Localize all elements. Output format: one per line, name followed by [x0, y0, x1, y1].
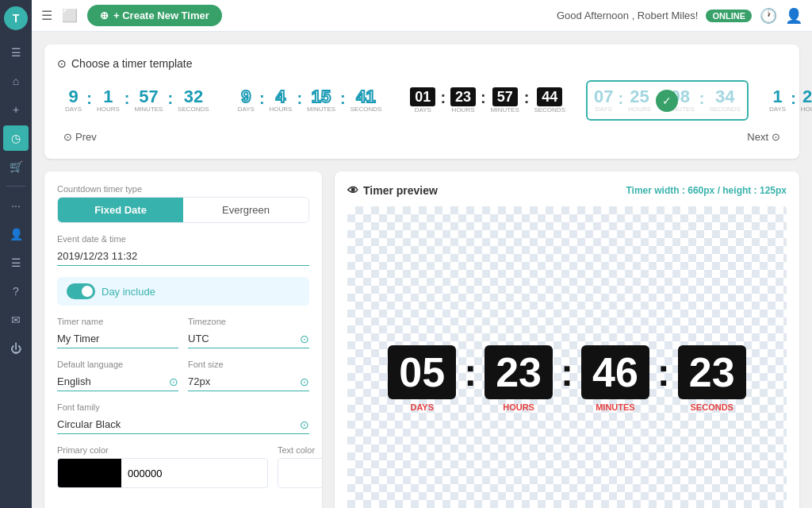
sidebar-item-more[interactable]: ··· [3, 193, 29, 218]
big-seconds: 23 [678, 345, 746, 399]
event-date-input[interactable] [57, 247, 309, 266]
user-icon[interactable]: 👤 [785, 7, 802, 25]
online-badge: ONLINE [706, 10, 752, 22]
big-colon-3: : [657, 351, 670, 407]
template-item-1[interactable]: 9DAYS : 1HOURS : 57MINUTES : 32SECONDS [57, 80, 217, 121]
timezone-label: Timezone [188, 317, 309, 326]
big-hours-label: HOURS [503, 402, 534, 412]
timer-name-input[interactable] [57, 329, 178, 348]
greeting-text: Good Afternoon , Robert Miles! [557, 10, 698, 21]
text-color-label: Text color [278, 445, 322, 455]
language-select[interactable]: English [57, 372, 178, 391]
name-timezone-row: Timer name Timezone UTC ⊙ [57, 317, 309, 360]
primary-color-label: Primary color [57, 445, 268, 455]
countdown-type-label: Countdown timer type [57, 184, 309, 194]
big-colon-1: : [464, 351, 477, 407]
settings-panel: Countdown timer type Fixed Date Evergree… [44, 171, 322, 508]
default-language-label: Default language [57, 360, 178, 369]
day-include-section: Day include [57, 277, 309, 306]
colors-row: Primary color Text color [57, 445, 309, 499]
timer-type-tabs: Fixed Date Evergreen [57, 197, 309, 223]
day-include-label: Day include [102, 286, 155, 298]
primary-color-input-row [57, 458, 268, 488]
sidebar-item-profile[interactable]: 👤 [3, 221, 29, 247]
font-family-label: Font family [57, 402, 309, 412]
timezone-select-wrapper: UTC ⊙ [188, 329, 309, 348]
font-family-section: Font family Circular Black ⊙ [57, 402, 309, 434]
big-days-label: DAYS [410, 402, 434, 412]
timer-display-2: 9DAYS : 4HOURS : 15MINUTES : 41SECONDS [238, 88, 382, 113]
prev-icon: ⊙ [63, 131, 72, 143]
big-colon-2: : [561, 351, 573, 407]
sidebar-item-power[interactable]: ⏻ [3, 336, 29, 361]
text-color-section: Text color [278, 445, 322, 488]
evergreen-tab[interactable]: Evergreen [183, 198, 308, 222]
sidebar-item-help[interactable]: ? [3, 279, 29, 304]
font-size-section: Font size 72px ⊙ [188, 360, 309, 391]
language-select-wrapper: English ⊙ [57, 372, 178, 391]
primary-color-section: Primary color [57, 445, 268, 488]
eye-icon: 👁 [347, 184, 358, 197]
fixed-date-tab[interactable]: Fixed Date [58, 198, 183, 222]
font-size-label: Font size [188, 360, 309, 369]
template-selector-card: ⊙ Choose a timer template 9DAYS : 1HOURS… [44, 44, 799, 159]
nav-area: ⊙ Prev Next ⊙ [57, 128, 787, 146]
top-header: ☰ ⬜ ⊕ + Create New Timer Good Afternoon … [32, 0, 812, 32]
primary-color-input[interactable] [121, 464, 267, 483]
big-seconds-label: SECONDS [691, 402, 733, 412]
sidebar: T ☰ ⌂ + ◷ 🛒 ··· 👤 ☰ ? ✉ ⏻ [0, 0, 32, 508]
timer-name-section: Timer name [57, 317, 178, 348]
header-menu-icon[interactable]: ☰ [41, 8, 52, 23]
primary-color-swatch[interactable] [58, 459, 121, 487]
big-minutes: 46 [581, 345, 649, 399]
prev-button[interactable]: ⊙ Prev [57, 128, 103, 146]
sidebar-item-cart[interactable]: 🛒 [3, 154, 29, 179]
content-area: ⊙ Choose a timer template 9DAYS : 1HOURS… [32, 32, 812, 508]
sidebar-item-email[interactable]: ✉ [3, 307, 29, 333]
next-icon: ⊙ [772, 131, 780, 143]
sidebar-item-list[interactable]: ☰ [3, 250, 29, 275]
template-item-2[interactable]: 9DAYS : 4HOURS : 15MINUTES : 41SECONDS [230, 80, 390, 121]
preview-size: Timer width : 660px / height : 125px [626, 185, 787, 196]
font-family-select-wrapper: Circular Black ⊙ [57, 415, 309, 434]
template-item-4[interactable]: 07DAYS : 25HOURS : 08MINUTES : 34SECONDS… [586, 80, 749, 121]
sidebar-item-add[interactable]: + [3, 97, 29, 122]
next-button[interactable]: Next ⊙ [741, 128, 787, 146]
big-minutes-label: MINUTES [596, 402, 635, 412]
day-include-toggle-row: Day include [57, 277, 309, 306]
preview-canvas: 05 DAYS : 23 HOURS : 46 MINUTES [347, 206, 787, 508]
sidebar-item-home[interactable]: ⌂ [3, 68, 29, 94]
timezone-section: Timezone UTC ⊙ [188, 317, 309, 348]
plus-icon: ⊕ [100, 10, 109, 21]
bottom-row: Countdown timer type Fixed Date Evergree… [44, 171, 799, 508]
templates-row: 9DAYS : 1HOURS : 57MINUTES : 32SECONDS 9… [57, 79, 787, 121]
preview-title-text: Timer preview [363, 184, 438, 197]
template-item-5[interactable]: 1DAYS : 23HOURS : 58MINUTES : 40SECONDS [761, 80, 812, 121]
header-box-icon[interactable]: ⬜ [62, 8, 78, 23]
timer-name-label: Timer name [57, 317, 178, 326]
event-date-section: Event date & time [57, 234, 309, 266]
timezone-select[interactable]: UTC [188, 329, 309, 348]
selected-checkmark: ✓ [656, 90, 678, 112]
app-logo[interactable]: T [4, 6, 28, 30]
sidebar-item-menu[interactable]: ☰ [3, 40, 29, 65]
create-timer-button[interactable]: ⊕ + Create New Timer [87, 5, 222, 26]
timer-icon[interactable]: 🕐 [760, 7, 777, 25]
preview-panel: 👁 Timer preview Timer width : 660px / he… [335, 171, 799, 508]
sidebar-item-timer[interactable]: ◷ [3, 125, 29, 151]
header-right: Good Afternoon , Robert Miles! ONLINE 🕐 … [557, 7, 802, 25]
countdown-type-section: Countdown timer type Fixed Date Evergree… [57, 184, 309, 223]
day-include-toggle[interactable] [67, 283, 95, 299]
font-family-select[interactable]: Circular Black [57, 415, 309, 433]
timer-display-5: 1DAYS : 23HOURS : 58MINUTES : 40SECONDS [769, 88, 812, 113]
timer-display-3: 01DAYS : 23HOURS : 57MINUTES : 44SECONDS [410, 87, 565, 114]
font-size-select[interactable]: 72px [188, 372, 309, 391]
preview-title-row: 👁 Timer preview [347, 184, 438, 197]
cursor-icon: ⊙ [57, 57, 67, 70]
template-item-3[interactable]: 01DAYS : 23HOURS : 57MINUTES : 44SECONDS [402, 79, 573, 121]
big-segment-minutes: 46 MINUTES [581, 345, 649, 412]
text-color-swatch[interactable] [278, 459, 322, 487]
text-color-input-row [278, 458, 322, 488]
big-segment-hours: 23 HOURS [485, 345, 553, 412]
big-segment-seconds: 23 SECONDS [678, 345, 746, 412]
